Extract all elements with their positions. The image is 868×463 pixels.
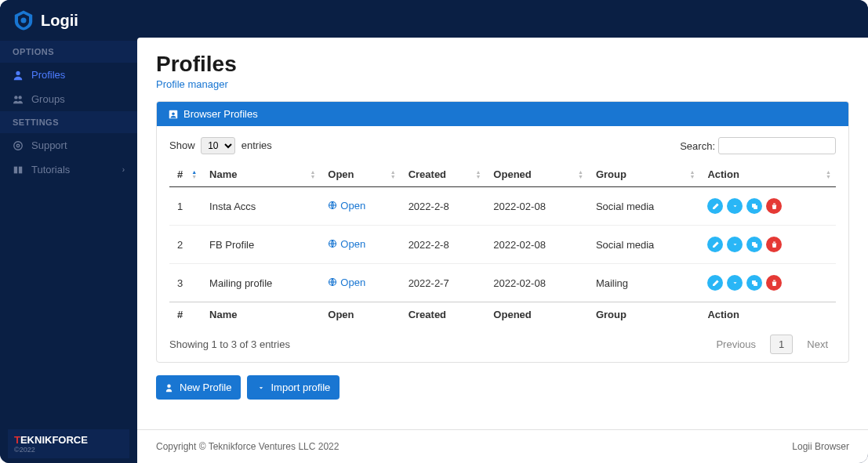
- col-name[interactable]: Name▲▼: [202, 162, 320, 187]
- trash-icon: [770, 279, 779, 288]
- page-title: Profiles: [156, 52, 849, 77]
- globe-icon: [328, 239, 337, 248]
- download-icon: [731, 279, 739, 288]
- panel-header: Browser Profiles: [157, 102, 848, 126]
- table-row: 3 Mailing profile Open 2022-2-7 2022-02-…: [169, 264, 836, 302]
- open-link[interactable]: Open: [328, 200, 365, 212]
- svg-point-0: [21, 18, 27, 24]
- cell-opened: 2022-02-08: [485, 264, 588, 302]
- download-icon: [731, 202, 739, 211]
- svg-rect-12: [754, 205, 757, 209]
- trash-icon: [770, 241, 779, 249]
- logo-text: Logii: [41, 12, 78, 30]
- col-opened[interactable]: Opened▲▼: [485, 162, 588, 187]
- logo: Logii: [0, 0, 137, 41]
- download-button[interactable]: [727, 237, 743, 252]
- copy-button[interactable]: [746, 237, 762, 252]
- show-entries: Show 10 entries: [169, 137, 272, 154]
- cell-opened: 2022-02-08: [485, 187, 588, 226]
- lifebuoy-icon: [13, 140, 24, 151]
- copy-button[interactable]: [746, 198, 762, 214]
- search-input[interactable]: [718, 137, 836, 154]
- page-number[interactable]: 1: [770, 335, 793, 354]
- sidebar-item-tutorials[interactable]: Tutorials ›: [0, 157, 137, 182]
- book-icon: [13, 165, 24, 175]
- nav-label: Support: [31, 139, 67, 151]
- table-info: Showing 1 to 3 of 3 entries: [169, 338, 290, 350]
- globe-icon: [328, 201, 337, 210]
- copy-button[interactable]: [746, 275, 762, 291]
- delete-button[interactable]: [766, 237, 782, 252]
- svg-rect-6: [14, 166, 17, 173]
- logo-icon: [13, 9, 35, 31]
- nav-label: Tutorials: [31, 164, 70, 175]
- svg-point-1: [16, 71, 20, 74]
- open-link[interactable]: Open: [328, 238, 365, 250]
- sidebar: Logii OPTIONS Profiles Groups SETTINGS S…: [0, 0, 137, 463]
- panel-title: Browser Profiles: [183, 108, 258, 120]
- trash-icon: [770, 202, 779, 211]
- next-button[interactable]: Next: [799, 335, 836, 353]
- pencil-icon: [711, 241, 720, 249]
- cell-group: Mailing: [588, 264, 700, 302]
- download-button[interactable]: [727, 198, 743, 214]
- svg-rect-7: [19, 166, 22, 173]
- download-button[interactable]: [727, 275, 743, 291]
- svg-point-9: [172, 112, 175, 115]
- sidebar-copyright: ©2022: [14, 446, 123, 454]
- pencil-icon: [711, 202, 720, 211]
- footer: Copyright © Teknikforce Ventures LLC 202…: [137, 429, 868, 463]
- cell-group: Social media: [588, 187, 700, 226]
- delete-button[interactable]: [766, 198, 782, 214]
- cell-name: FB Profile: [202, 226, 320, 264]
- nav-section-settings: SETTINGS: [0, 111, 137, 133]
- edit-button[interactable]: [707, 275, 723, 291]
- pencil-icon: [711, 279, 720, 288]
- svg-point-3: [18, 96, 21, 99]
- col-open[interactable]: Open▲▼: [320, 162, 400, 187]
- profile-icon: [168, 109, 179, 120]
- sidebar-item-groups[interactable]: Groups: [0, 87, 137, 111]
- import-icon: [256, 383, 266, 392]
- edit-button[interactable]: [707, 237, 723, 252]
- col-group[interactable]: Group▲▼: [588, 162, 700, 187]
- search-label: Search:: [680, 140, 715, 152]
- cell-num: 1: [169, 187, 202, 226]
- col-created[interactable]: Created▲▼: [401, 162, 486, 187]
- sidebar-footer: TEKNIKFORCE ©2022: [0, 425, 137, 463]
- svg-point-19: [167, 384, 171, 388]
- col-action[interactable]: Action▲▼: [699, 162, 836, 187]
- sidebar-item-support[interactable]: Support: [0, 133, 137, 157]
- footer-right: Logii Browser: [792, 441, 849, 452]
- globe-icon: [328, 277, 337, 287]
- cell-name: Mailing profile: [202, 264, 320, 302]
- cell-num: 3: [169, 264, 202, 302]
- import-profile-button[interactable]: Import profile: [247, 375, 340, 400]
- prev-button[interactable]: Previous: [708, 335, 764, 353]
- new-profile-button[interactable]: New Profile: [156, 375, 241, 400]
- user-plus-icon: [165, 383, 175, 392]
- cell-created: 2022-2-8: [401, 187, 486, 226]
- download-icon: [731, 241, 739, 249]
- users-icon: [13, 94, 24, 105]
- svg-point-2: [14, 96, 17, 99]
- cell-created: 2022-2-8: [401, 226, 486, 264]
- cell-name: Insta Accs: [202, 187, 320, 226]
- copy-icon: [750, 279, 759, 288]
- delete-button[interactable]: [766, 275, 782, 291]
- cell-group: Social media: [588, 226, 700, 264]
- sidebar-item-profiles[interactable]: Profiles: [0, 63, 137, 87]
- svg-point-4: [14, 141, 23, 150]
- pagination: Previous 1 Next: [708, 335, 836, 354]
- chevron-right-icon: ›: [122, 165, 125, 174]
- teknikforce-logo: TEKNIKFORCE: [14, 434, 123, 446]
- svg-rect-15: [754, 244, 757, 248]
- col-num[interactable]: #▲▼: [169, 162, 202, 187]
- nav-section-options: OPTIONS: [0, 41, 137, 63]
- cell-created: 2022-2-7: [401, 264, 486, 302]
- topbar: [137, 0, 868, 38]
- edit-button[interactable]: [707, 198, 723, 214]
- breadcrumb[interactable]: Profile manager: [156, 78, 849, 90]
- entries-select[interactable]: 10: [201, 137, 235, 154]
- open-link[interactable]: Open: [328, 277, 365, 288]
